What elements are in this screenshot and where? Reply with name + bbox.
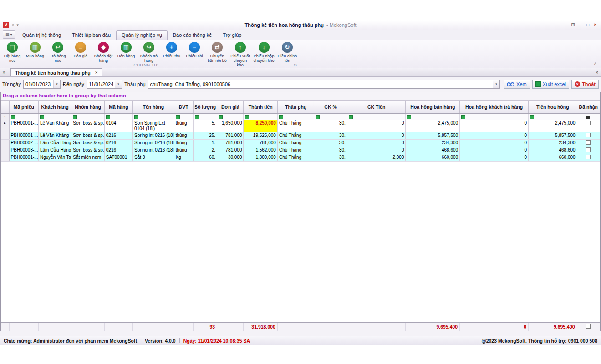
filter-cell-hh_khach_tra[interactable]: = — [460, 114, 529, 120]
table-row[interactable]: PBH00003-...Lâm Cửa HàngSơn boss & sp...… — [1, 147, 600, 154]
export-excel-button[interactable]: Xuất excel — [532, 80, 569, 89]
toolbar-button-dieu-chinh-ton[interactable]: ↻Điều chỉnh tồn — [276, 41, 299, 63]
toolbar-button-khach-dat-hang[interactable]: ◆Khách đặt hàng — [92, 41, 115, 63]
filter-cell-so_luong[interactable]: = — [193, 114, 217, 120]
filter-cell-thau_phu[interactable] — [277, 114, 314, 120]
received-checkbox[interactable] — [586, 133, 591, 137]
cell-hh_ban_hang: 660,000 — [406, 154, 460, 162]
column-header-ma_hang[interactable]: Mã hàng — [104, 101, 132, 114]
column-header-ma_phieu[interactable]: Mã phiếu — [9, 101, 38, 114]
filter-cell-don_gia[interactable]: = — [217, 114, 244, 120]
contractor-combobox[interactable]: chuThang, Chú Thắng, 0901000506 ▾ — [148, 80, 500, 89]
from-date-input[interactable]: 01/01/2023 ▾ — [23, 80, 61, 89]
menu-tab-thiet-lap-ban-dau[interactable]: Thiết lập ban đầu — [66, 30, 116, 40]
filter-cell-ma_hang[interactable] — [104, 114, 132, 120]
toolbar-button-chuyen-tien-noi-bo[interactable]: ⇄Chuyển tiền nội bộ — [206, 41, 229, 63]
toolbar-button-mua-hang[interactable]: ▦Mua hàng — [24, 41, 46, 59]
tabstrip-close-left-icon[interactable]: × — [0, 68, 8, 76]
ribbon-collapse-icon[interactable]: ˄ — [594, 61, 596, 66]
filter-cell-ck_pct[interactable]: = — [314, 114, 347, 120]
toolbar-button-phieu-thu[interactable]: +Phiếu thu — [160, 41, 183, 59]
tab-close-icon[interactable]: × — [95, 70, 98, 75]
toolbar-button-label: Phiếu thu — [163, 54, 180, 58]
exit-button[interactable]: × Thoát — [571, 80, 599, 89]
filter-cell-ck_tien[interactable]: = — [347, 114, 406, 120]
column-header-da_nhan[interactable]: Đã nhận — [577, 101, 600, 114]
toolbar-button-bao-gia[interactable]: ≡Báo giá — [69, 41, 92, 59]
column-header-khach_hang[interactable]: Khách hàng — [38, 101, 71, 114]
received-checkbox[interactable] — [586, 147, 591, 152]
to-date-label: Đến ngày — [63, 81, 84, 87]
summary-cell-so_luong: 93 — [193, 323, 217, 331]
minimize-icon[interactable]: – — [580, 22, 582, 28]
to-date-input[interactable]: 11/01/2024 ▾ — [87, 80, 122, 89]
chevron-down-icon[interactable]: ▾ — [16, 23, 19, 27]
filter-cell-ten_hang[interactable] — [133, 114, 174, 120]
restore-icon[interactable]: □ — [586, 22, 589, 28]
filter-cell-hh_ban_hang[interactable]: = — [406, 114, 460, 120]
fit-window-icon[interactable]: ⊞ — [571, 22, 575, 28]
menu-tab-tro-giup[interactable]: Trợ giúp — [217, 30, 247, 40]
column-header-don_gia[interactable]: Đơn giá — [217, 101, 244, 114]
toolbar-button-tra-hang-ncc[interactable]: ↩Trả hàng ncc — [46, 41, 69, 63]
document-tab-active[interactable]: Thống kê tiền hoa hồng thầu phụ × — [10, 68, 102, 76]
filter-cell-da_nhan[interactable] — [577, 114, 600, 120]
window-title-text: Thống kê tiền hoa hồng thầu phụ — [244, 22, 324, 28]
cell-ma_phieu: PBH00001-... — [9, 154, 38, 162]
menu-tab-quan-tri-he-thong[interactable]: Quản trị hệ thống — [17, 30, 66, 40]
cell-so_luong: 5. — [193, 120, 217, 132]
toolbar-button-ban-hang[interactable]: ▥Bán hàng — [115, 41, 138, 59]
equals-filter-icon: = — [412, 115, 414, 120]
app-logo[interactable]: V — [3, 22, 9, 28]
table-row[interactable]: PBH00001-...Lê Văn KhángSơn boss & sp...… — [1, 132, 600, 140]
cell-hh_khach_tra: 0 — [460, 120, 529, 132]
table-row[interactable]: ▸PBH00001-...Lê Văn KhángSơn boss & sp..… — [1, 120, 600, 132]
column-header-so_luong[interactable]: Số lượng — [193, 101, 217, 114]
column-header-dvt[interactable]: ĐVT — [174, 101, 193, 114]
column-header-hh_ban_hang[interactable]: Hoa hồng bán hàng — [406, 101, 460, 114]
column-header-ten_hang[interactable]: Tên hàng — [133, 101, 174, 114]
column-header-ck_pct[interactable]: CK % — [314, 101, 347, 114]
select-all-checkbox-icon[interactable] — [586, 116, 590, 119]
filter-cell-dvt[interactable]: = — [174, 114, 193, 120]
record-icon[interactable]: ○ — [12, 23, 14, 27]
filter-cell-ma_phieu[interactable] — [9, 114, 38, 120]
column-header-nhom_hang[interactable]: Nhóm hàng — [71, 101, 104, 114]
column-header-ck_tien[interactable]: CK Tiền — [347, 101, 406, 114]
supplier-order-icon: ▤ — [7, 42, 18, 53]
column-header-tien_hh[interactable]: Tiền hoa hồng — [529, 101, 577, 114]
group-launcher-icon[interactable]: ⊙ — [293, 63, 297, 67]
column-header-thau_phu[interactable]: Thầu phụ — [277, 101, 314, 114]
toolbar-button-dat-hang-ncc[interactable]: ▤Đặt hàng ncc — [1, 41, 24, 63]
table-row[interactable]: PBH00001-...Nguyễn Văn TamSắt miền namSA… — [1, 154, 600, 162]
column-header-thanh_tien[interactable]: Thành tiền — [244, 101, 277, 114]
filter-cell-nhom_hang[interactable] — [71, 114, 104, 120]
tabstrip-close-right-icon[interactable]: × — [596, 68, 598, 76]
chevron-down-icon[interactable]: ▾ — [53, 80, 60, 88]
close-icon[interactable]: × — [594, 22, 596, 28]
export-excel-label: Xuất excel — [543, 81, 566, 87]
toolbar-button-phieu-chi[interactable]: −Phiếu chi — [183, 41, 206, 59]
toolbar-button-phieu-nhap-chuyen-kho[interactable]: ↓Phiếu nhập chuyển kho — [252, 41, 276, 63]
received-checkbox[interactable] — [586, 155, 591, 159]
menu-tab-bao-cao-thong-ke[interactable]: Báo cáo thống kê — [168, 30, 218, 40]
filter-cell-khach_hang[interactable] — [38, 114, 71, 120]
view-button[interactable]: Xem — [504, 80, 530, 89]
toolbar-button-khach-tra-hang[interactable]: ↪Khách trả hàng — [138, 41, 160, 63]
chevron-down-icon[interactable]: ▾ — [115, 80, 122, 88]
application-menu-button[interactable]: ▦ ▾ — [3, 30, 15, 39]
summary-checkbox[interactable] — [586, 324, 591, 329]
filter-cell-ind[interactable]: ▼ — [1, 114, 9, 120]
chevron-down-icon[interactable]: ▾ — [493, 80, 499, 88]
table-row[interactable]: PBH00002-...Lâm Cửa HàngSơn boss & sp...… — [1, 140, 600, 147]
menu-tab-quan-ly-nghiep-vu[interactable]: Quản lý nghiệp vụ — [116, 30, 168, 40]
column-header-hh_khach_tra[interactable]: Hoa hồng khách trả hàng — [460, 101, 529, 114]
received-checkbox[interactable] — [586, 140, 591, 145]
toolbar-button-label: Khách đặt hàng — [93, 54, 113, 63]
filter-icon — [73, 115, 77, 119]
filter-cell-thanh_tien[interactable]: = — [244, 114, 277, 120]
filter-cell-tien_hh[interactable]: = — [529, 114, 577, 120]
received-checkbox[interactable] — [586, 121, 591, 125]
cell-da_nhan — [577, 140, 600, 147]
document-tabstrip: × Thống kê tiền hoa hồng thầu phụ × × — [0, 68, 601, 77]
